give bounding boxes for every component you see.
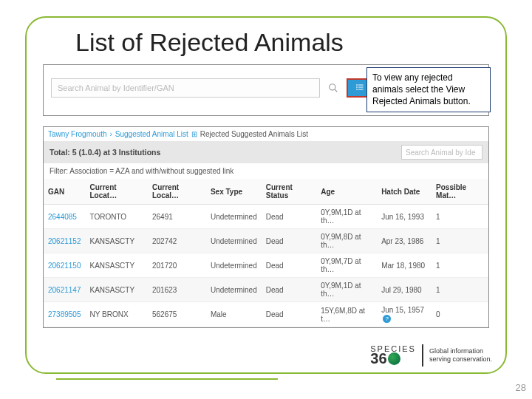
rejected-animals-table: GAN Current Locat… Current Local… Sex Ty…	[44, 179, 488, 327]
cell-mat: 0	[432, 302, 488, 327]
cell-status: Dead	[262, 302, 317, 327]
col-possible-mat[interactable]: Possible Mat…	[432, 179, 488, 205]
page-number: 28	[516, 382, 526, 393]
brand-divider	[422, 344, 423, 366]
cell-location: KANSASCTY	[86, 229, 148, 253]
table-row: 27389505NY BRONX562675MaleDead15Y,6M,8D …	[44, 302, 488, 327]
cell-age: 15Y,6M,8D at t…	[316, 302, 377, 327]
col-current-local[interactable]: Current Local…	[148, 179, 206, 205]
cell-status: Dead	[262, 205, 317, 229]
results-search-input[interactable]: Search Animal by Ide	[401, 145, 482, 160]
brand-tagline-2: serving conservation.	[429, 355, 492, 364]
accent-line	[56, 378, 278, 380]
cell-age: 0Y,9M,7D at th…	[316, 253, 377, 278]
cell-sex: Male	[206, 302, 262, 327]
cell-local: 201720	[148, 253, 206, 278]
globe-icon	[388, 352, 400, 365]
col-current-location[interactable]: Current Locat…	[86, 179, 148, 205]
cell-sex: Undetermined	[206, 253, 262, 278]
table-row: 2644085TORONTO26491UndeterminedDead0Y,9M…	[44, 205, 488, 229]
svg-line-1	[335, 89, 337, 92]
cell-location: KANSASCTY	[86, 278, 148, 302]
cell-local: 202742	[148, 229, 206, 253]
cell-location: KANSASCTY	[86, 253, 148, 278]
total-count: Total: 5 (1.0.4) at 3 Institutions	[50, 148, 160, 157]
svg-point-7	[357, 89, 358, 90]
search-input[interactable]: Search Animal by Identifier/GAN	[51, 78, 320, 98]
cell-status: Dead	[262, 253, 317, 278]
cell-status: Dead	[262, 229, 317, 253]
cell-location: TORONTO	[86, 205, 148, 229]
results-panel: Tawny Frogmouth › Suggested Animal List …	[43, 126, 489, 328]
breadcrumb-link-species[interactable]: Tawny Frogmouth	[48, 130, 106, 138]
col-current-status[interactable]: Current Status	[262, 179, 317, 205]
breadcrumb-current: Rejected Suggested Animals List	[200, 130, 308, 138]
brand-num-a: 36	[370, 352, 386, 365]
cell-mat: 1	[432, 229, 488, 253]
svg-point-5	[357, 85, 358, 86]
cell-mat: 1	[432, 253, 488, 278]
cell-hatch: Jun 15, 1957?	[377, 302, 432, 327]
breadcrumb-link-suggested[interactable]: Suggested Animal List	[115, 130, 188, 138]
results-search-placeholder: Search Animal by Ide	[406, 149, 476, 157]
list-icon	[355, 83, 364, 93]
breadcrumb: Tawny Frogmouth › Suggested Animal List …	[44, 127, 488, 141]
cell-status: Dead	[262, 278, 317, 302]
cell-sex: Undetermined	[206, 229, 262, 253]
cell-mat: 1	[432, 205, 488, 229]
search-icon[interactable]	[324, 79, 342, 97]
cell-gan[interactable]: 20621150	[44, 253, 86, 278]
brand-tagline-1: Global information	[429, 347, 492, 355]
cell-hatch: Mar 18, 1980	[377, 253, 432, 278]
table-row: 20621150KANSASCTY201720UndeterminedDead0…	[44, 253, 488, 278]
cell-age: 0Y,9M,8D at th…	[316, 229, 377, 253]
cell-hatch: Jun 16, 1993	[377, 205, 432, 229]
search-placeholder: Search Animal by Identifier/GAN	[58, 83, 174, 92]
cell-local: 26491	[148, 205, 206, 229]
cell-age: 0Y,9M,1D at th…	[316, 278, 377, 302]
cell-local: 562675	[148, 302, 206, 327]
cell-gan[interactable]: 2644085	[44, 205, 86, 229]
cell-hatch: Apr 23, 1986	[377, 229, 432, 253]
chevron-right-icon: ›	[109, 130, 112, 138]
cell-gan[interactable]: 27389505	[44, 302, 86, 327]
page-title: List of Rejected Animals	[75, 28, 489, 57]
col-gan[interactable]: GAN	[44, 179, 86, 205]
svg-point-0	[330, 84, 335, 90]
cell-hatch: Jul 29, 1980	[377, 278, 432, 302]
svg-point-6	[357, 87, 358, 88]
cell-mat: 1	[432, 278, 488, 302]
cell-sex: Undetermined	[206, 278, 262, 302]
expand-icon[interactable]: ⊞	[191, 130, 197, 138]
cell-location: NY BRONX	[86, 302, 148, 327]
cell-gan[interactable]: 20621152	[44, 229, 86, 253]
cell-sex: Undetermined	[206, 205, 262, 229]
table-row: 20621152KANSASCTY202742UndeterminedDead0…	[44, 229, 488, 253]
instruction-callout: To view any rejected animals select the …	[366, 67, 491, 112]
col-sex-type[interactable]: Sex Type	[206, 179, 262, 205]
help-icon[interactable]: ?	[383, 315, 391, 323]
brand-footer: SPECIES 36 Global information serving co…	[370, 344, 492, 366]
col-age[interactable]: Age	[316, 179, 377, 205]
cell-local: 201623	[148, 278, 206, 302]
table-row: 20621147KANSASCTY201623UndeterminedDead0…	[44, 278, 488, 302]
cell-age: 0Y,9M,1D at th…	[316, 205, 377, 229]
cell-gan[interactable]: 20621147	[44, 278, 86, 302]
col-hatch-date[interactable]: Hatch Date	[377, 179, 432, 205]
filter-description: Filter: Association = AZA and with/witho…	[44, 163, 488, 179]
